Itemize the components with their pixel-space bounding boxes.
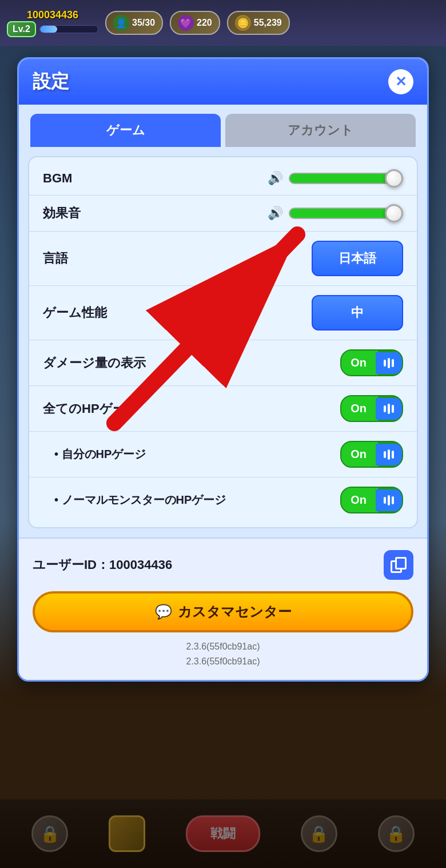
player-info: 100034436 Lv.2: [7, 9, 98, 37]
sfx-slider-container: 🔊: [268, 206, 403, 221]
self-hp-toggle-on[interactable]: On: [340, 441, 403, 468]
stat-badge-gems: 💜 220: [170, 11, 220, 35]
damage-toggle-label: On: [341, 351, 376, 375]
sfx-slider-thumb[interactable]: [385, 204, 403, 222]
bgm-slider-track[interactable]: [289, 173, 403, 184]
bar3: [392, 405, 394, 413]
self-hp-toggle-label: On: [341, 442, 376, 467]
modal-title: 設定: [33, 69, 69, 94]
normal-hp-toggle[interactable]: On: [340, 487, 403, 513]
setting-row-damage: ダメージ量の表示 On: [29, 340, 417, 386]
bgm-slider-thumb[interactable]: [385, 169, 403, 188]
sfx-volume-icon: 🔊: [268, 206, 283, 221]
bar3: [392, 496, 394, 504]
modal-header: 設定 ✕: [19, 59, 427, 105]
user-id-row: ユーザーID：100034436: [33, 550, 413, 580]
bar1: [384, 360, 386, 367]
bar2: [388, 495, 390, 505]
bar2: [388, 404, 390, 414]
bar1: [384, 451, 386, 458]
tab-game[interactable]: ゲーム: [30, 114, 221, 147]
bgm-volume-icon: 🔊: [268, 171, 283, 186]
normal-hp-label: • ノーマルモンスターのHPゲージ: [43, 492, 340, 508]
all-hp-toggle-bars: [384, 404, 394, 414]
all-hp-toggle-on[interactable]: On: [340, 395, 403, 422]
bgm-slider-container: 🔊: [268, 171, 403, 186]
normal-hp-toggle-label: On: [341, 488, 376, 512]
normal-hp-toggle-bars: [384, 495, 394, 505]
user-id-text: ユーザーID：100034436: [33, 556, 172, 574]
normal-hp-toggle-icon: [376, 489, 402, 511]
bar3: [392, 451, 394, 459]
tab-account[interactable]: アカウント: [225, 114, 416, 147]
damage-toggle-on[interactable]: On: [340, 349, 403, 376]
bgm-label: BGM: [43, 171, 268, 186]
coins-count: 55,239: [254, 18, 282, 28]
self-hp-toggle[interactable]: On: [340, 441, 403, 468]
version-text: 2.3.6(55f0cb91ac) 2.3.6(55f0cb91ac): [33, 639, 413, 668]
performance-button[interactable]: 中: [312, 295, 403, 331]
bar1: [384, 405, 386, 412]
party-icon: 👤: [113, 15, 129, 31]
exp-bar: [39, 25, 98, 33]
stat-badge-party: 👤 35/30: [105, 11, 163, 35]
level-badge: Lv.2: [7, 21, 36, 37]
damage-toggle-bars: [384, 358, 394, 368]
settings-content: BGM 🔊 効果音 🔊: [19, 147, 427, 537]
copy-button[interactable]: [384, 550, 413, 580]
exp-bar-fill: [40, 26, 57, 33]
all-hp-label: 全てのHPゲージ: [43, 400, 340, 417]
tabs-row: ゲーム アカウント: [19, 105, 427, 147]
self-hp-toggle-icon: [376, 444, 402, 465]
setting-row-normal-hp: • ノーマルモンスターのHPゲージ On: [29, 477, 417, 523]
settings-modal: 設定 ✕ ゲーム アカウント BGM 🔊: [17, 57, 429, 682]
version-line1: 2.3.6(55f0cb91ac): [33, 639, 413, 654]
settings-inner: BGM 🔊 効果音 🔊: [28, 156, 418, 528]
player-id: 100034436: [27, 9, 78, 21]
performance-label: ゲーム性能: [43, 304, 312, 321]
setting-row-sfx: 効果音 🔊: [29, 196, 417, 232]
bar3: [392, 359, 394, 367]
damage-label: ダメージ量の表示: [43, 355, 340, 372]
all-hp-toggle-icon: [376, 398, 402, 420]
setting-row-performance: ゲーム性能 中: [29, 286, 417, 340]
sfx-label: 効果音: [43, 205, 268, 222]
language-label: 言語: [43, 250, 312, 267]
chat-icon: 💬: [155, 604, 172, 620]
close-button[interactable]: ✕: [388, 69, 413, 94]
normal-hp-toggle-on[interactable]: On: [340, 487, 403, 513]
all-hp-toggle[interactable]: On: [340, 395, 403, 422]
setting-row-language: 言語 日本語: [29, 232, 417, 286]
bottom-section: ユーザーID：100034436 💬 カスタマセンター 2.3.6(55f0cb…: [19, 537, 427, 680]
setting-row-all-hp: 全てのHPゲージ On: [29, 386, 417, 432]
bar2: [388, 449, 390, 460]
self-hp-toggle-bars: [384, 449, 394, 460]
copy-icon-front: [395, 557, 407, 570]
version-line2: 2.3.6(55f0cb91ac): [33, 654, 413, 669]
self-hp-label: • 自分のHPゲージ: [43, 447, 340, 462]
copy-icon: [391, 557, 407, 573]
gems-count: 220: [197, 18, 212, 28]
setting-row-self-hp: • 自分のHPゲージ On: [29, 432, 417, 477]
damage-toggle-icon: [376, 352, 402, 374]
all-hp-toggle-label: On: [341, 396, 376, 421]
customer-btn-label: カスタマセンター: [178, 603, 292, 621]
setting-row-bgm: BGM 🔊: [29, 162, 417, 196]
modal-overlay: 設定 ✕ ゲーム アカウント BGM 🔊: [0, 46, 446, 868]
bar2: [388, 358, 390, 368]
bar1: [384, 497, 386, 504]
language-button[interactable]: 日本語: [312, 241, 403, 276]
top-bar: 100034436 Lv.2 👤 35/30 💜 220 🪙 55,239: [0, 0, 446, 46]
stat-badge-coins: 🪙 55,239: [227, 11, 290, 35]
customer-button[interactable]: 💬 カスタマセンター: [33, 591, 413, 632]
party-count: 35/30: [132, 18, 155, 28]
gems-icon: 💜: [178, 15, 194, 31]
sfx-slider-track[interactable]: [289, 208, 403, 219]
damage-toggle[interactable]: On: [340, 349, 403, 376]
coins-icon: 🪙: [235, 15, 251, 31]
